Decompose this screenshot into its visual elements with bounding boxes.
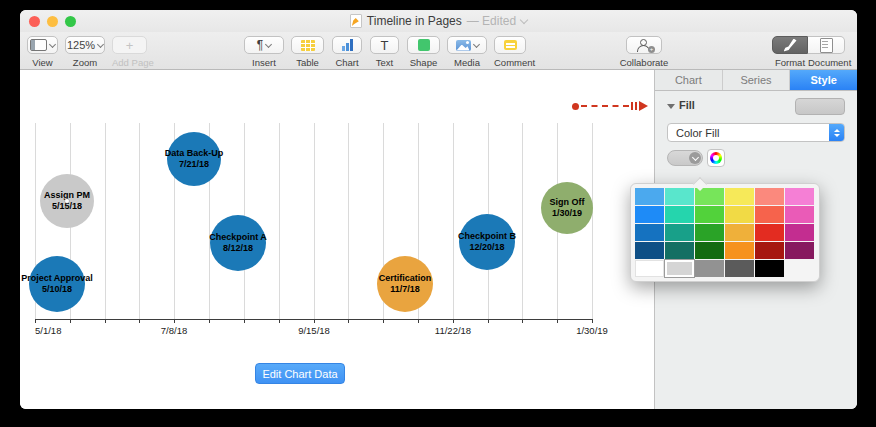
edit-chart-data-button[interactable]: Edit Chart Data [255,363,345,384]
comment-button[interactable]: Comment [494,36,526,68]
fill-preview-swatch[interactable] [795,98,845,115]
color-swatch[interactable] [635,224,664,241]
pages-document-icon [350,14,362,28]
tab-style[interactable]: Style [790,70,857,90]
color-swatch[interactable] [785,206,814,223]
bubble-title: Sign Off [550,197,585,208]
color-swatch[interactable] [665,224,694,241]
document-canvas[interactable]: 5/1/187/8/189/15/1811/22/181/30/19 Proje… [20,70,654,409]
bubble-label: Checkpoint A8/12/18 [209,232,267,254]
format-button[interactable]: Format [772,36,808,68]
window-title: Timeline in Pages [367,14,462,28]
plus-icon: + [126,38,134,53]
document-button[interactable]: Document [808,36,845,68]
color-swatch[interactable] [755,260,784,277]
color-swatch[interactable] [695,224,724,241]
color-swatch[interactable] [695,242,724,259]
fill-type-select[interactable]: Color Fill [667,123,845,142]
title-chevron-down-icon[interactable] [520,15,528,23]
color-swatch[interactable] [665,242,694,259]
screenshot-root: Timeline in Pages — Edited View 125% Zoo… [0,0,876,427]
zoom-window-button[interactable] [65,16,76,27]
table-button[interactable]: Table [291,36,324,68]
edited-status: — Edited [467,14,516,28]
color-swatch[interactable] [785,242,814,259]
table-icon [301,40,315,51]
collaborate-icon: + [635,39,653,52]
insert-button[interactable]: ¶ Insert [244,36,284,68]
x-axis-label: 7/8/18 [161,325,187,336]
x-axis-label: 5/1/18 [35,325,61,336]
view-button[interactable]: View [27,36,58,68]
bubble-label: Checkpoint B12/20/18 [458,231,516,253]
fill-label: Fill [679,99,695,111]
text-icon: T [381,38,389,53]
chevron-down-icon [265,40,272,47]
x-axis-line [35,319,592,320]
traffic-lights [29,16,76,27]
minimize-window-button[interactable] [47,16,58,27]
chevron-down-icon [49,40,56,47]
media-icon [456,40,471,51]
document-icon [820,38,833,53]
color-palette-popover [630,183,820,282]
chevron-down-icon [97,40,104,47]
color-swatch[interactable] [635,206,664,223]
pages-window: Timeline in Pages — Edited View 125% Zoo… [20,10,857,409]
color-swatch[interactable] [785,188,814,205]
color-swatch[interactable] [665,260,694,277]
arrow-head-icon [639,101,648,111]
fill-type-value: Color Fill [676,127,719,139]
color-swatch[interactable] [755,224,784,241]
color-wheel-icon [710,152,722,164]
color-swatch[interactable] [695,206,724,223]
bubble-label: Sign Off1/30/19 [550,197,585,219]
text-button[interactable]: T Text [370,36,399,68]
shape-icon [418,39,430,51]
bubble-title: Checkpoint B [458,231,516,242]
title-bar[interactable]: Timeline in Pages — Edited [20,10,857,32]
bubble-date: 11/7/18 [379,284,432,295]
color-wheel-button[interactable] [707,149,725,167]
bubble-date: 7/21/18 [165,159,224,170]
color-swatch[interactable] [665,206,694,223]
zoom-button[interactable]: 125% Zoom [65,36,105,68]
window-title-group: Timeline in Pages — Edited [350,14,527,28]
arrow-dot [572,103,579,110]
tab-chart[interactable]: Chart [655,70,723,90]
gridline [348,123,349,319]
gridline [139,123,140,319]
color-swatch[interactable] [755,206,784,223]
gridline [279,123,280,319]
color-well-button[interactable] [667,150,703,166]
color-swatch[interactable] [635,188,664,205]
shape-button[interactable]: Shape [407,36,440,68]
gridline [105,123,106,319]
chart-button[interactable]: Chart [332,36,362,68]
selection-handle[interactable] [65,199,69,203]
select-stepper-icon[interactable] [829,124,844,141]
color-swatch[interactable] [755,188,784,205]
color-swatch[interactable] [755,242,784,259]
bubble-date: 8/12/18 [209,243,267,254]
bubble-title: Certification [379,273,432,284]
color-swatch[interactable] [725,260,754,277]
toolbar: View 125% Zoom + Add Page ¶ Insert Table… [20,32,857,70]
media-button[interactable]: Media [447,36,487,68]
tab-series[interactable]: Series [723,70,791,90]
close-window-button[interactable] [29,16,40,27]
color-swatch[interactable] [725,224,754,241]
paintbrush-icon [784,39,797,52]
collaborate-button[interactable]: + Collaborate [614,36,674,68]
color-swatch[interactable] [785,224,814,241]
bubble-label: Data Back-Up7/21/18 [165,148,224,170]
color-swatch[interactable] [665,188,694,205]
color-swatch[interactable] [695,260,724,277]
color-swatch[interactable] [725,188,754,205]
disclosure-triangle-icon[interactable] [667,104,675,109]
color-swatch[interactable] [635,242,664,259]
color-swatch[interactable] [725,242,754,259]
color-swatch[interactable] [635,260,664,277]
color-swatch[interactable] [725,206,754,223]
add-page-button[interactable]: + Add Page [112,36,147,68]
